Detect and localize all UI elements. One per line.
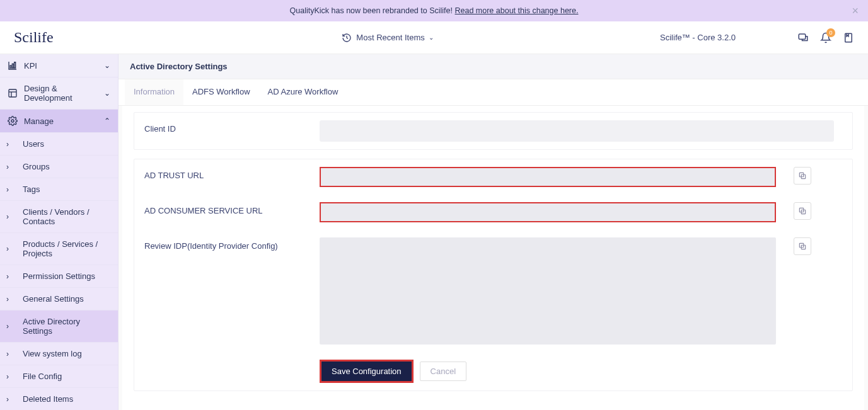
chevron-right-icon: › [6,395,9,404]
sidebar-label: Design & Development [24,84,104,103]
sidebar-label: Clients / Vendors / Contacts [23,207,110,226]
client-id-input[interactable] [320,120,834,142]
label-ad-trust: AD TRUST URL [144,167,320,180]
sidebar: KPI ⌄ Design & Development ⌄ Manage ⌃ [0,54,119,410]
bookmark-icon[interactable] [843,32,854,43]
tab-azure[interactable]: AD Azure Workflow [259,79,347,105]
svg-point-8 [11,120,14,122]
chat-icon[interactable] [797,32,809,43]
chevron-down-icon: ⌄ [104,89,110,98]
page-title: Active Directory Settings [119,54,868,79]
sidebar-item-products[interactable]: › Products / Services / Projects [0,233,118,265]
ad-trust-input[interactable] [320,167,776,187]
sidebar-label: General Settings [23,294,84,304]
sidebar-label: Deleted Items [23,394,73,404]
sidebar-item-permission[interactable]: › Permission Settings [0,265,118,288]
sidebar-item-general[interactable]: › General Settings [0,288,118,310]
label-review-idp: Review IDP(Identity Provider Config) [144,237,320,251]
label-client-id: Client ID [144,120,320,134]
chevron-right-icon: › [6,295,9,304]
row-ad-trust: AD TRUST URL [134,159,852,195]
sidebar-label: Active Directory Settings [23,317,110,336]
notification-badge: 0 [826,28,835,37]
sidebar-item-manage[interactable]: Manage ⌃ [0,110,118,133]
history-icon [341,32,352,43]
copy-ad-consumer-button[interactable] [794,202,811,220]
chevron-right-icon: › [6,272,9,281]
sidebar-item-clients[interactable]: › Clients / Vendors / Contacts [0,201,118,233]
sidebar-label: Permission Settings [23,271,95,281]
svg-rect-3 [12,64,13,68]
sidebar-label: File Config [23,372,62,381]
chevron-down-icon: ⌄ [104,61,110,70]
save-button[interactable]: Save Configuration [320,360,414,383]
sidebar-item-active-directory[interactable]: › Active Directory Settings [0,310,118,343]
banner-text: QualityKick has now been rebranded to Sc… [290,6,455,15]
layout-icon [8,88,18,98]
review-idp-textarea[interactable] [320,237,776,345]
version-label: Scilife™ - Core 3.2.0 [660,33,736,42]
tab-adfs[interactable]: ADFS Workflow [183,79,259,105]
cancel-button[interactable]: Cancel [420,362,466,381]
app-header: Scilife Most Recent Items ⌄ Scilife™ - C… [0,21,868,54]
tab-information[interactable]: Information [125,79,183,105]
chevron-right-icon: › [6,185,9,194]
svg-rect-4 [14,62,16,68]
banner-link[interactable]: Read more about this change here. [454,6,578,15]
row-client-id: Client ID [134,113,852,149]
rebrand-banner: QualityKick has now been rebranded to Sc… [0,0,868,21]
close-icon[interactable]: × [852,4,859,18]
copy-icon [798,171,807,180]
sidebar-item-deleted[interactable]: › Deleted Items [0,388,118,410]
sidebar-item-tags[interactable]: › Tags [0,178,118,201]
chevron-right-icon: › [6,162,9,171]
chevron-right-icon: › [6,322,9,331]
svg-rect-0 [799,34,806,39]
chevron-right-icon: › [6,212,9,221]
sidebar-item-system-log[interactable]: › View system log [0,343,118,365]
sidebar-label: KPI [24,61,37,71]
sidebar-item-file-config[interactable]: › File Config [0,365,118,388]
sidebar-label: Users [23,139,44,149]
sidebar-label: Groups [23,162,50,171]
ad-consumer-input[interactable] [320,202,776,222]
gear-icon [8,116,18,126]
copy-ad-trust-button[interactable] [794,167,811,185]
svg-rect-5 [9,89,16,97]
action-row: Save Configuration Cancel [134,352,852,390]
recent-items-dropdown[interactable]: Most Recent Items ⌄ [341,32,433,43]
sidebar-item-kpi[interactable]: KPI ⌄ [0,54,118,77]
sidebar-item-design-dev[interactable]: Design & Development ⌄ [0,77,118,110]
tabs: Information ADFS Workflow AD Azure Workf… [119,79,868,106]
recent-items-label: Most Recent Items [356,33,424,42]
chevron-right-icon: › [6,140,9,149]
chart-icon [8,60,18,71]
copy-icon [798,207,807,215]
chevron-up-icon: ⌃ [104,117,110,125]
chevron-down-icon: ⌄ [429,34,434,41]
copy-review-idp-button[interactable] [794,237,811,255]
main-content: Active Directory Settings Information AD… [119,54,868,410]
copy-icon [798,242,807,251]
sidebar-item-users[interactable]: › Users [0,133,118,156]
sidebar-item-groups[interactable]: › Groups [0,156,118,178]
row-review-idp: Review IDP(Identity Provider Config) [134,230,852,352]
chevron-right-icon: › [6,372,9,381]
logo[interactable]: Scilife [14,29,115,46]
chevron-right-icon: › [6,244,9,253]
bell-icon[interactable]: 0 [820,32,831,43]
sidebar-label: Tags [23,185,40,194]
sidebar-label: Products / Services / Projects [23,239,110,258]
sidebar-label: View system log [23,349,82,358]
row-ad-consumer: AD CONSUMER SERVICE URL [134,195,852,230]
chevron-right-icon: › [6,350,9,358]
label-ad-consumer: AD CONSUMER SERVICE URL [144,202,320,215]
svg-rect-2 [10,65,11,68]
sidebar-label: Manage [24,117,54,126]
